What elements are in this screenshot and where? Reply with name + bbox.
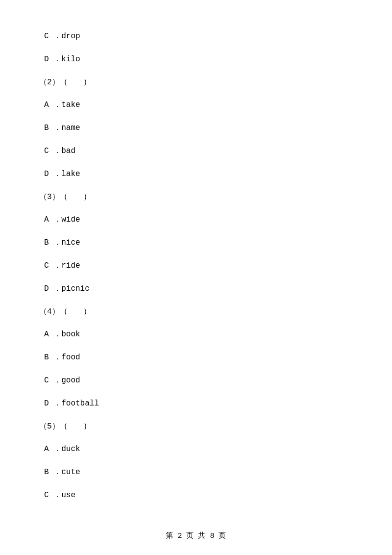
- question-3-header: （3）（ ）: [39, 190, 353, 204]
- q3-option-d: D ．picnic: [39, 282, 353, 296]
- q2-option-c: C ．bad: [39, 144, 353, 158]
- question-4-header: （4）（ ）: [39, 305, 353, 319]
- question-2-header: （2）（ ）: [39, 76, 353, 90]
- q3-option-c: C ．ride: [39, 259, 353, 273]
- page-content: C ．drop D ．kilo （2）（ ） A ．take B ．name C…: [0, 0, 392, 541]
- q5-option-a: A ．duck: [39, 442, 353, 456]
- q3-option-b: B ．nice: [39, 236, 353, 250]
- q2-option-b: B ．name: [39, 121, 353, 135]
- q4-option-b: B ．food: [39, 351, 353, 365]
- page-footer: 第 2 页 共 8 页: [0, 531, 392, 540]
- q2-option-a: A ．take: [39, 98, 353, 112]
- question-5-header: （5）（ ）: [39, 420, 353, 434]
- q2-option-d: D ．lake: [39, 167, 353, 181]
- q5-option-b: B ．cute: [39, 465, 353, 479]
- q3-option-a: A ．wide: [39, 213, 353, 227]
- q4-option-a: A ．book: [39, 328, 353, 342]
- q4-option-c: C ．good: [39, 374, 353, 388]
- option-c-drop: C ．drop: [39, 29, 353, 44]
- q4-option-d: D ．football: [39, 397, 353, 411]
- option-d-kilo: D ．kilo: [39, 52, 353, 67]
- q5-option-c: C ．use: [39, 488, 353, 503]
